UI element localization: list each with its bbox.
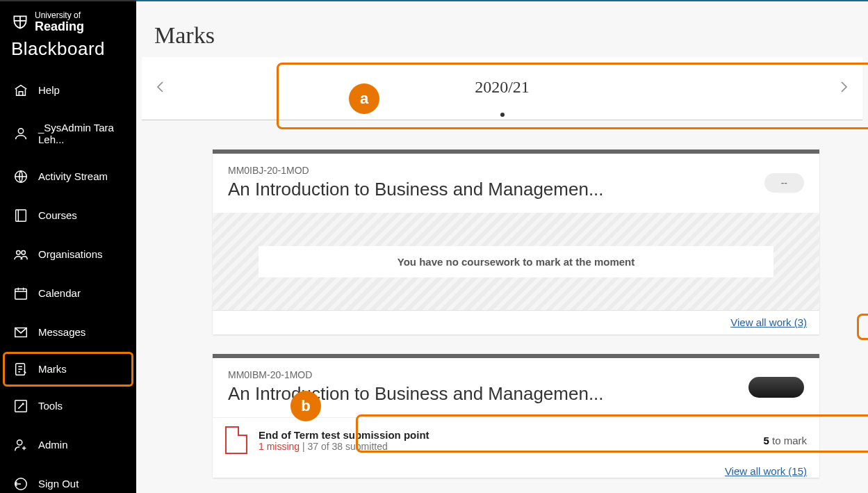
grade-pill: -- xyxy=(764,173,804,193)
nav-label: Messages xyxy=(38,326,85,338)
nav-label: Organisations xyxy=(38,248,103,260)
sidebar-item-user[interactable]: _SysAdmin Tara Leh... xyxy=(0,110,136,157)
page-title: Marks xyxy=(136,1,868,57)
sidebar-item-calendar[interactable]: Calendar xyxy=(0,274,136,313)
person-icon xyxy=(13,126,28,141)
book-icon xyxy=(13,208,28,223)
term-next-button[interactable] xyxy=(832,75,855,99)
nav-label: Activity Stream xyxy=(38,170,108,182)
grade-pill-dark xyxy=(748,377,804,398)
sidebar-item-tools[interactable]: Tools xyxy=(0,387,136,426)
view-all-work-link[interactable]: View all work (15) xyxy=(725,465,807,477)
course-title[interactable]: An Introduction to Business and Manageme… xyxy=(228,179,604,200)
svg-point-4 xyxy=(22,250,25,254)
carousel-dot xyxy=(500,113,505,117)
nav-label: Courses xyxy=(38,209,77,221)
svg-rect-2 xyxy=(16,210,26,222)
blackboard-logo-text: Blackboard xyxy=(11,38,125,60)
assignment-subtext: 1 missing | 37 of 38 submitted xyxy=(259,441,752,452)
course-code: MM0IBJ-20-1MOD xyxy=(228,165,604,176)
envelope-icon xyxy=(13,325,28,340)
university-shield-icon xyxy=(11,13,29,31)
assignment-title: End of Term test submission point xyxy=(259,429,752,441)
missing-count: 1 missing xyxy=(259,441,300,452)
sidebar-item-messages[interactable]: Messages xyxy=(0,313,136,352)
course-code: MM0IBM-20-1MOD xyxy=(228,369,604,380)
course-title[interactable]: An Introduction to Business and Manageme… xyxy=(228,383,604,405)
assignment-row[interactable]: End of Term test submission point 1 miss… xyxy=(213,417,819,462)
nav-label: Admin xyxy=(38,439,68,451)
to-mark-count: 5 to mark xyxy=(763,435,807,446)
sidebar-item-signout[interactable]: Sign Out xyxy=(0,464,136,493)
term-selector: 2020/21 xyxy=(142,57,862,120)
svg-point-9 xyxy=(17,440,22,445)
signout-icon xyxy=(13,476,28,492)
svg-point-0 xyxy=(18,129,23,134)
people-icon xyxy=(13,247,28,262)
submitted-count: | 37 of 38 submitted xyxy=(300,441,388,452)
marks-icon xyxy=(13,362,28,377)
nav: Help _SysAdmin Tara Leh... Activity Stre… xyxy=(0,71,136,493)
nav-label: Sign Out xyxy=(38,478,79,490)
pencil-box-icon xyxy=(13,398,28,414)
university-line2: Reading xyxy=(35,20,84,34)
nav-label: Tools xyxy=(38,400,63,412)
empty-state: You have no coursework to mark at the mo… xyxy=(213,213,819,310)
annotation-label-a: a xyxy=(349,83,379,114)
sidebar-item-organisations[interactable]: Organisations xyxy=(0,235,136,274)
globe-icon xyxy=(13,169,28,184)
course-cards: MM0IBJ-20-1MOD An Introduction to Busine… xyxy=(136,129,868,478)
view-all-work-link[interactable]: View all work (3) xyxy=(730,316,807,328)
nav-label: Marks xyxy=(38,363,67,375)
sidebar: University of Reading Blackboard Help _S… xyxy=(0,0,136,493)
institution-icon xyxy=(13,83,28,98)
document-icon xyxy=(225,426,247,454)
calendar-icon xyxy=(13,286,28,301)
admin-icon xyxy=(13,437,28,453)
annotation-label-b: b xyxy=(290,391,321,421)
brand-block: University of Reading Blackboard xyxy=(0,1,136,67)
nav-label: Calendar xyxy=(38,287,81,299)
term-prev-button[interactable] xyxy=(149,75,172,99)
course-card: MM0IBJ-20-1MOD An Introduction to Busine… xyxy=(213,149,819,334)
sidebar-item-activity[interactable]: Activity Stream xyxy=(0,157,136,196)
svg-rect-5 xyxy=(15,289,27,300)
nav-label: _SysAdmin Tara Leh... xyxy=(38,122,123,145)
empty-message: You have no coursework to mark at the mo… xyxy=(259,246,773,277)
term-label: 2020/21 xyxy=(172,78,832,97)
svg-point-3 xyxy=(17,250,20,254)
sidebar-item-courses[interactable]: Courses xyxy=(0,196,136,235)
main-content: Marks 2020/21 MM0IBJ-20-1MOD An Introduc… xyxy=(136,0,868,493)
sidebar-item-admin[interactable]: Admin xyxy=(0,426,136,464)
nav-label: Help xyxy=(38,84,60,96)
sidebar-item-help[interactable]: Help xyxy=(0,71,136,110)
sidebar-item-marks[interactable]: Marks xyxy=(3,352,133,387)
